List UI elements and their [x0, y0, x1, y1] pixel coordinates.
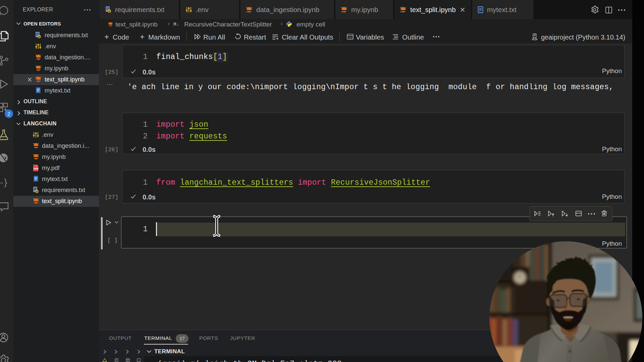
svg-text:(x): (x) — [348, 37, 353, 39]
svg-text:PDF: PDF — [34, 167, 39, 170]
